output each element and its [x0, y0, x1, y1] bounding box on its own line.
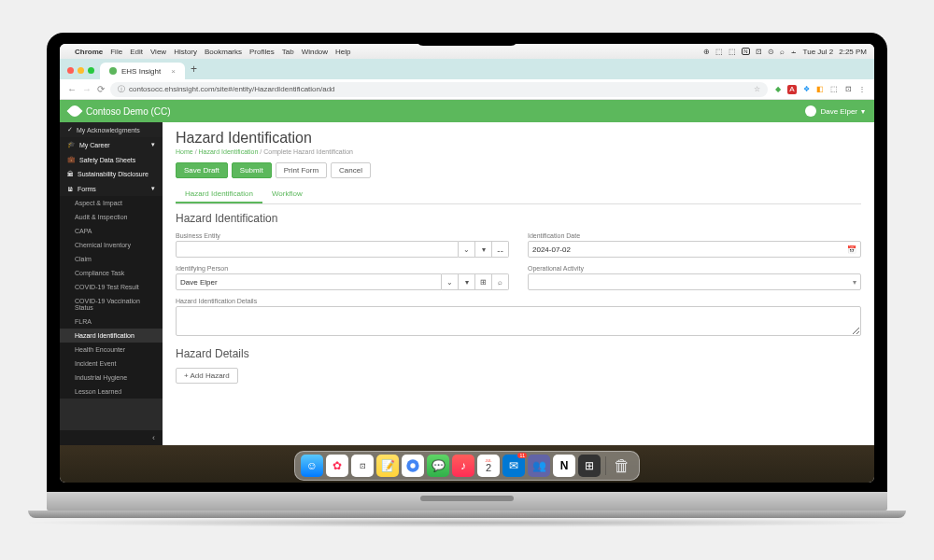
status-icon[interactable]: ⊕	[703, 48, 710, 56]
sidebar-form-audit[interactable]: Audit & Inspection	[60, 210, 163, 224]
identification-date-label: Identification Date	[528, 232, 861, 239]
details-textarea[interactable]	[176, 306, 861, 336]
menu-file[interactable]: File	[110, 48, 122, 56]
dock-chrome-icon[interactable]	[402, 455, 424, 477]
business-entity-input[interactable]	[176, 241, 459, 258]
dock-notes-icon[interactable]: 📝	[376, 455, 399, 477]
menu-view[interactable]: View	[150, 48, 166, 56]
menu-tab[interactable]: Tab	[282, 48, 294, 56]
browser-tab[interactable]: EHS Insight ×	[100, 63, 185, 79]
forward-button[interactable]: →	[82, 84, 92, 94]
menu-help[interactable]: Help	[335, 48, 350, 56]
print-form-button[interactable]: Print Form	[276, 162, 327, 178]
person-clear-button[interactable]: ▾	[459, 273, 475, 290]
wifi-icon[interactable]: ⊙	[768, 48, 774, 56]
sidebar-form-flra[interactable]: FLRA	[60, 315, 163, 329]
app-logo-icon[interactable]	[67, 104, 83, 119]
identification-date-input[interactable]: 2024-07-02 📅	[528, 241, 861, 258]
cancel-button[interactable]: Cancel	[331, 162, 371, 178]
app-header: Contoso Demo (CC) Dave Elper ▾	[60, 100, 874, 122]
calendar-icon[interactable]: 📅	[847, 245, 856, 254]
reload-button[interactable]: ⟳	[97, 84, 105, 94]
crumb-hazard[interactable]: Hazard Identification	[199, 148, 259, 155]
dock-notion-icon[interactable]: N	[553, 455, 575, 477]
operational-activity-select[interactable]: ▾	[528, 273, 861, 290]
sidebar-item-mycareer[interactable]: 🎓 My Career ▾	[60, 137, 163, 152]
chrome-menu-icon[interactable]: ⋮	[857, 85, 867, 94]
extension-icon[interactable]: ◆	[773, 85, 783, 94]
entity-dropdown-button[interactable]: ⌄	[459, 241, 475, 258]
crumb-current: Complete Hazard Identification	[263, 148, 353, 155]
sidebar-form-capa[interactable]: CAPA	[60, 224, 163, 238]
extension-icon[interactable]: ⬚	[829, 85, 839, 94]
sidebar-form-aspect[interactable]: Aspect & Impact	[60, 196, 163, 210]
menu-window[interactable]: Window	[302, 48, 328, 56]
extension-icon[interactable]: ❖	[801, 85, 811, 94]
sidebar-item-acknowledgments[interactable]: ✓ My Acknowledgments	[60, 122, 163, 137]
address-bar[interactable]: ⓘ contosocc.ehsinsight.com/site#/entity/…	[110, 82, 768, 97]
dock-trash-icon[interactable]: 🗑	[611, 455, 633, 477]
dock-outlook-icon[interactable]: ✉11	[502, 455, 525, 477]
add-hazard-button[interactable]: + Add Hazard	[176, 368, 238, 384]
menu-history[interactable]: History	[174, 48, 197, 56]
status-icon[interactable]: ⬚	[715, 48, 723, 56]
sidebar-form-claim[interactable]: Claim	[60, 252, 163, 266]
menubar-date[interactable]: Tue Jul 2	[803, 48, 834, 56]
menubar-time[interactable]: 2:25 PM	[839, 48, 867, 56]
extension-icon[interactable]: ◧	[815, 85, 825, 94]
dock-calculator-icon[interactable]: ⊞	[578, 455, 601, 477]
menu-edit[interactable]: Edit	[130, 48, 143, 56]
dock-messages-icon[interactable]: 💬	[427, 455, 449, 477]
submit-button[interactable]: Submit	[232, 162, 272, 178]
sidebar-item-sustainability[interactable]: 🏛 Sustainability Disclosure	[60, 167, 163, 181]
check-icon: ✓	[67, 126, 73, 133]
status-icon[interactable]: ⬚	[729, 48, 736, 56]
sidebar-form-health[interactable]: Health Encounter	[60, 343, 163, 357]
new-tab-button[interactable]: +	[185, 63, 203, 79]
sidebar-item-forms[interactable]: 🗎 Forms ▾	[60, 181, 163, 196]
dock-reminders-icon[interactable]: ⊡	[351, 455, 374, 477]
dock-photos-icon[interactable]: ✿	[326, 455, 348, 477]
sidebar-collapse-button[interactable]: ‹	[60, 430, 163, 445]
tab-workflow[interactable]: Workflow	[262, 186, 312, 203]
sidebar-form-covidtest[interactable]: COVID-19 Test Result	[60, 280, 163, 294]
search-icon[interactable]: ⌕	[780, 48, 785, 56]
extension-icon[interactable]: A	[787, 85, 797, 94]
menu-bookmarks[interactable]: Bookmarks	[205, 48, 242, 56]
dock-teams-icon[interactable]: 👥	[528, 455, 550, 477]
sidebar-form-incident[interactable]: Incident Event	[60, 357, 163, 371]
sidebar-form-covidvax[interactable]: COVID-19 Vaccination Status	[60, 294, 163, 315]
save-draft-button[interactable]: Save Draft	[176, 162, 228, 178]
crumb-home[interactable]: Home	[176, 148, 193, 155]
person-dropdown-button[interactable]: ⌄	[442, 273, 459, 290]
maximize-window-button[interactable]	[88, 67, 94, 74]
minimize-window-button[interactable]	[78, 67, 84, 74]
extension-icon[interactable]: ⊡	[843, 85, 853, 94]
dock-music-icon[interactable]: ♪	[452, 455, 474, 477]
sidebar-form-hygiene[interactable]: Industrial Hygiene	[60, 371, 163, 385]
site-info-icon[interactable]: ⓘ	[118, 84, 125, 94]
sidebar-form-compliance[interactable]: Compliance Task	[60, 266, 163, 280]
dock-finder-icon[interactable]: ☺	[301, 455, 323, 477]
sidebar-form-chemical[interactable]: Chemical Inventory	[60, 238, 163, 252]
dock-calendar-icon[interactable]: JUL 2	[477, 455, 500, 477]
person-grid-button[interactable]: ⊞	[475, 273, 492, 290]
control-center-icon[interactable]: ⫠	[790, 48, 798, 56]
close-tab-icon[interactable]: ×	[171, 67, 176, 76]
user-menu[interactable]: Dave Elper ▾	[805, 105, 865, 117]
sidebar-form-hazard[interactable]: Hazard Identification	[60, 329, 163, 343]
sidebar-item-sds[interactable]: 💼 Safety Data Sheets	[60, 152, 163, 167]
back-button[interactable]: ←	[67, 84, 77, 94]
status-icon[interactable]: ⊡	[756, 48, 762, 56]
close-window-button[interactable]	[67, 67, 74, 74]
tab-hazard-identification[interactable]: Hazard Identification	[176, 186, 262, 203]
sidebar-form-lesson[interactable]: Lesson Learned	[60, 385, 163, 399]
menubar-app[interactable]: Chrome	[75, 48, 103, 56]
entity-tree-button[interactable]: ⚋	[492, 241, 509, 258]
identifying-person-input[interactable]	[176, 273, 442, 290]
bookmark-icon[interactable]: ☆	[754, 85, 760, 93]
notion-menubar-icon[interactable]: N	[742, 48, 749, 55]
person-search-button[interactable]: ⌕	[492, 273, 509, 290]
entity-clear-button[interactable]: ▾	[475, 241, 492, 258]
menu-profiles[interactable]: Profiles	[249, 48, 275, 56]
